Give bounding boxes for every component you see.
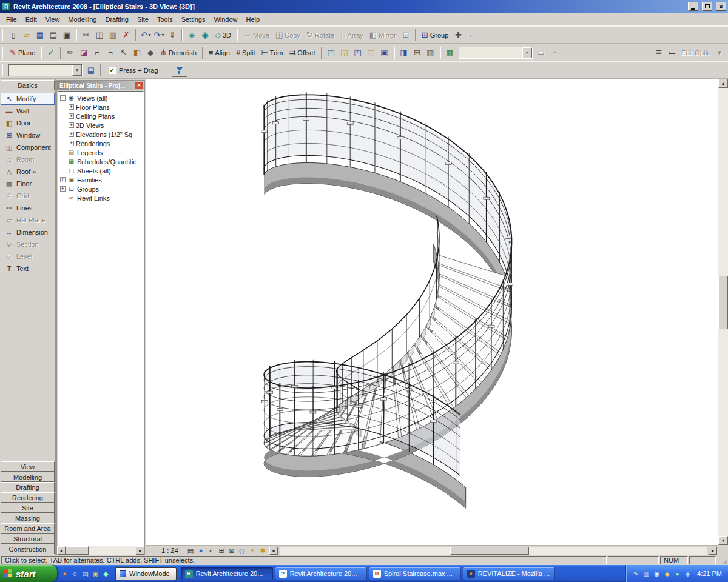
eraser-icon[interactable]: ◪	[77, 46, 90, 59]
tile-windows-icon[interactable]: ⊞	[411, 46, 424, 59]
toolbar-grip[interactable]	[2, 47, 4, 59]
horizontal-scroll-thumb[interactable]	[450, 547, 529, 555]
print-icon[interactable]: ▣	[60, 28, 73, 42]
tray-remove-icon[interactable]: ◈	[684, 570, 692, 577]
tab-structural[interactable]: Structural	[1, 534, 55, 544]
array-button[interactable]: ∷Array	[337, 28, 366, 42]
tab-view[interactable]: View	[1, 461, 55, 472]
toolbar-grip[interactable]	[2, 29, 4, 41]
minimize-button[interactable]	[688, 2, 698, 11]
sidebar-item-component[interactable]: ◫Component	[1, 141, 55, 153]
tree-item-3d-views[interactable]: +3D Views	[60, 121, 143, 130]
shadows-icon[interactable]: ◐	[206, 547, 217, 554]
copy-clipboard-icon[interactable]: ◫	[93, 28, 106, 42]
view-window-icon[interactable]: ◨	[397, 46, 411, 59]
tab-basics[interactable]: Basics	[1, 80, 55, 90]
tray-network-icon[interactable]: ▥	[642, 570, 650, 577]
option-set-icon[interactable]: ≔	[666, 46, 679, 59]
taskbar-task-2[interactable]: MSpiral Staircase.max ...	[369, 567, 461, 580]
tab-rendering[interactable]: Rendering	[1, 492, 55, 503]
menu-item-window[interactable]: Window	[209, 14, 241, 25]
scroll-left-button[interactable]: ◂	[57, 546, 66, 555]
menu-item-file[interactable]: File	[2, 14, 21, 25]
drawing-canvas[interactable]	[146, 79, 718, 545]
expand-icon[interactable]: +	[69, 141, 74, 146]
tab-massing[interactable]: Massing	[1, 513, 55, 523]
tree-item-elevations-1-2-sq[interactable]: +Elevations (1/2" Sq	[60, 130, 143, 139]
resize-grip[interactable]: ◢	[717, 556, 727, 564]
reveal-hidden-icon[interactable]: ✱	[258, 547, 268, 555]
menu-item-modelling[interactable]: Modelling	[64, 14, 101, 25]
tree-item-views-all-[interactable]: −◉Views (all)	[60, 93, 143, 102]
resize-button[interactable]: ⊡	[399, 28, 413, 42]
work-plane-button[interactable]: ✎Plane	[7, 46, 38, 59]
tree-item-schedules-quantitie[interactable]: ▦Schedules/Quantitie	[60, 157, 143, 166]
detail-level-icon[interactable]: ▤	[186, 547, 196, 555]
3d-view-button[interactable]: ◇3D	[212, 28, 234, 42]
crop-visible-icon[interactable]: ⊠	[227, 547, 237, 555]
sidebar-item-section[interactable]: ⊘Section	[1, 238, 55, 250]
close-icon[interactable]: ×	[135, 82, 143, 89]
undo-button[interactable]: ↶▾	[139, 28, 152, 42]
scroll-right-button[interactable]: ▸	[136, 546, 144, 555]
capture-icon[interactable]: ◔	[548, 46, 561, 59]
render-region-combobox[interactable]: ▾	[459, 47, 533, 59]
scroll-up-button[interactable]: ▴	[718, 79, 728, 88]
vertical-scroll-thumb[interactable]	[718, 276, 728, 329]
detach-icon[interactable]: ⌐	[465, 28, 478, 42]
orbit-view-icon[interactable]: ◉	[198, 28, 212, 42]
quick-launch-msn-icon[interactable]: ◆	[101, 570, 111, 578]
wall-joins-icon[interactable]: ◰	[325, 46, 338, 59]
cut-geometry-icon[interactable]: ◱	[338, 46, 351, 59]
tab-site[interactable]: Site	[1, 503, 55, 513]
demolish-button[interactable]: ⋔Demolish	[157, 46, 200, 59]
tree-item-revit-links[interactable]: ∞Revit Links	[60, 193, 143, 202]
sidebar-item-ref-plane[interactable]: ▱Ref Plane	[1, 214, 55, 226]
quick-launch-firefox-icon[interactable]: ●	[59, 570, 70, 577]
tree-item-sheets-all-[interactable]: ▢Sheets (all)	[60, 166, 143, 175]
new-file-icon[interactable]: ▯	[7, 28, 20, 42]
start-button[interactable]: start	[0, 565, 57, 582]
tray-update-icon[interactable]: ●	[673, 570, 681, 577]
sidebar-item-room[interactable]: ⌂Room	[1, 153, 55, 166]
dynamically-modify-view-icon[interactable]: ◈	[185, 28, 198, 42]
tree-item-families[interactable]: +▣Families	[60, 175, 143, 184]
view-scale[interactable]: 1 : 24	[161, 547, 178, 554]
taskbar-task-3[interactable]: ●REVITALIZE - Mozilla ...	[463, 567, 555, 580]
menu-item-drafting[interactable]: Drafting	[101, 14, 133, 25]
properties-button[interactable]: ▤	[84, 64, 98, 77]
paste-icon[interactable]: ▥	[106, 28, 120, 42]
filter-button[interactable]	[172, 64, 187, 77]
menu-item-edit[interactable]: Edit	[21, 14, 41, 25]
dropdown-arrow-icon[interactable]: ▾	[148, 32, 150, 38]
toolbar-grip[interactable]	[2, 64, 4, 76]
windowmode-button[interactable]: WindowMode	[115, 567, 177, 580]
tray-volume-icon[interactable]: ◉	[653, 570, 661, 577]
dropdown-arrow-icon[interactable]: ▾	[161, 32, 164, 38]
chevron-down-icon[interactable]: ▾	[72, 65, 82, 76]
type-selector-combobox[interactable]: ▾	[8, 64, 83, 76]
pick-walls-icon[interactable]: ¬	[104, 46, 117, 59]
sidebar-item-level[interactable]: ▽Level	[1, 250, 55, 263]
sidebar-item-modify[interactable]: ↖Modify	[1, 93, 55, 105]
sidebar-item-wall[interactable]: ▬Wall	[1, 105, 55, 117]
tab-room-and-area[interactable]: Room and Area	[1, 523, 55, 534]
expand-icon[interactable]: +	[69, 104, 74, 110]
taskbar-task-0[interactable]: RRevit Architecture 20...	[181, 567, 273, 580]
paintbrush-icon[interactable]: ◧	[130, 46, 144, 59]
sidebar-item-door[interactable]: ◧Door	[1, 117, 55, 129]
image-size-icon[interactable]: ▭	[534, 46, 548, 59]
restore-button[interactable]	[702, 2, 712, 11]
tab-drafting[interactable]: Drafting	[1, 482, 55, 492]
split-button[interactable]: #Split	[233, 46, 258, 59]
close-button[interactable]: ×	[716, 2, 726, 11]
join-geometry-icon[interactable]: ◳	[351, 46, 365, 59]
expand-icon[interactable]: +	[69, 122, 74, 128]
sidebar-item-window[interactable]: ⊞Window	[1, 129, 55, 141]
sidebar-item-dimension[interactable]: ↔Dimension	[1, 226, 55, 238]
rotate-button[interactable]: ↻Rotate	[303, 28, 337, 42]
tab-construction[interactable]: Construction	[1, 544, 55, 554]
save-icon[interactable]: ▦	[33, 28, 47, 42]
sidebar-item-roof-[interactable]: △Roof »	[1, 166, 55, 178]
group-button[interactable]: ⊞Group	[419, 28, 451, 42]
